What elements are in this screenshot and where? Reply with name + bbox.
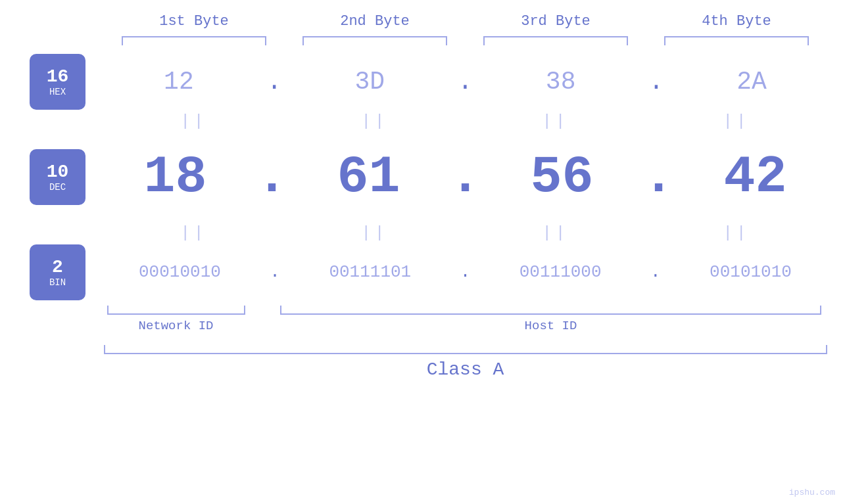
hex-badge-label: HEX: [49, 87, 66, 97]
dec-badge-num: 10: [47, 162, 69, 182]
bracket-top-4: [664, 36, 809, 45]
equals-row-1: || || || ||: [104, 111, 827, 131]
byte4-header: 4th Byte: [658, 13, 815, 30]
class-a-section: Class A: [104, 345, 827, 380]
bin-byte2: 00111101: [298, 262, 443, 282]
hex-badge-num: 16: [47, 66, 69, 87]
dec-byte3: 56: [489, 147, 634, 207]
hex-badge: 16 HEX: [30, 54, 85, 110]
eq2-1: ||: [122, 224, 266, 242]
dec-badge-label: DEC: [49, 182, 66, 193]
eq2-2: ||: [302, 224, 447, 242]
dec-byte1: 18: [103, 147, 247, 207]
hex-byte3: 38: [489, 68, 633, 96]
top-brackets: [104, 36, 827, 45]
byte1-header: 1st Byte: [115, 13, 273, 30]
bin-numbers: 00010010 . 00111101 . 00111000 . 0010101…: [85, 262, 845, 282]
dec-dot2: .: [449, 147, 481, 207]
bin-badge: 2 BIN: [30, 244, 85, 300]
eq2-4: ||: [664, 224, 809, 242]
hex-byte4: 2A: [679, 68, 824, 96]
dec-numbers: 18 . 61 . 56 . 42: [85, 147, 845, 207]
dec-row: 10 DEC 18 . 61 . 56 . 42: [0, 131, 845, 223]
dec-dot3: .: [642, 147, 674, 207]
dec-byte4: 42: [683, 147, 827, 207]
watermark: ipshu.com: [789, 488, 835, 497]
bin-dot3: .: [650, 262, 661, 282]
byte2-header: 2nd Byte: [296, 13, 454, 30]
equals-row-2: || || || ||: [104, 223, 827, 242]
hex-byte1: 12: [107, 68, 251, 96]
eq1-4: ||: [664, 112, 809, 130]
bracket-top-2: [302, 36, 447, 45]
class-a-bracket: [104, 345, 827, 354]
eq1-1: ||: [122, 112, 266, 130]
bracket-top-3: [483, 36, 628, 45]
class-a-label: Class A: [104, 359, 827, 380]
network-id-bracket: [107, 306, 245, 315]
hex-row: 16 HEX 12 . 3D . 38 . 2A: [0, 52, 845, 111]
bin-byte3: 00111000: [488, 262, 633, 282]
eq1-2: ||: [302, 112, 447, 130]
hex-dot3: .: [648, 68, 664, 96]
bin-badge-num: 2: [52, 257, 63, 277]
host-id-bracket: [280, 306, 821, 315]
main-container: 1st Byte 2nd Byte 3rd Byte 4th Byte 16 H…: [0, 0, 845, 504]
eq2-3: ||: [483, 224, 628, 242]
bin-row: 2 BIN 00010010 . 00111101 . 00111000 . 0…: [0, 242, 845, 302]
bottom-brackets-area: Network ID Host ID: [104, 306, 827, 333]
host-id-bracket-area: Host ID: [275, 306, 827, 333]
dec-dot1: .: [256, 147, 287, 207]
byte3-header: 3rd Byte: [477, 13, 635, 30]
hex-byte2: 3D: [297, 68, 442, 96]
hex-dot1: .: [267, 68, 282, 96]
bin-byte1: 00010010: [107, 262, 252, 282]
host-id-label: Host ID: [525, 319, 577, 333]
bin-dot1: .: [270, 262, 280, 282]
hex-dot2: .: [458, 68, 473, 96]
dot-spacer-1: [249, 306, 275, 333]
byte-headers: 1st Byte 2nd Byte 3rd Byte 4th Byte: [104, 13, 827, 30]
dec-byte2: 61: [296, 147, 441, 207]
network-id-bracket-area: Network ID: [104, 306, 249, 333]
bracket-top-1: [122, 36, 266, 45]
eq1-3: ||: [483, 112, 628, 130]
bin-byte4: 00101010: [679, 262, 823, 282]
dec-badge: 10 DEC: [30, 149, 85, 205]
bin-badge-label: BIN: [49, 277, 66, 288]
network-id-label: Network ID: [138, 319, 213, 333]
bin-dot2: .: [460, 262, 471, 282]
hex-numbers: 12 . 3D . 38 . 2A: [85, 68, 845, 96]
